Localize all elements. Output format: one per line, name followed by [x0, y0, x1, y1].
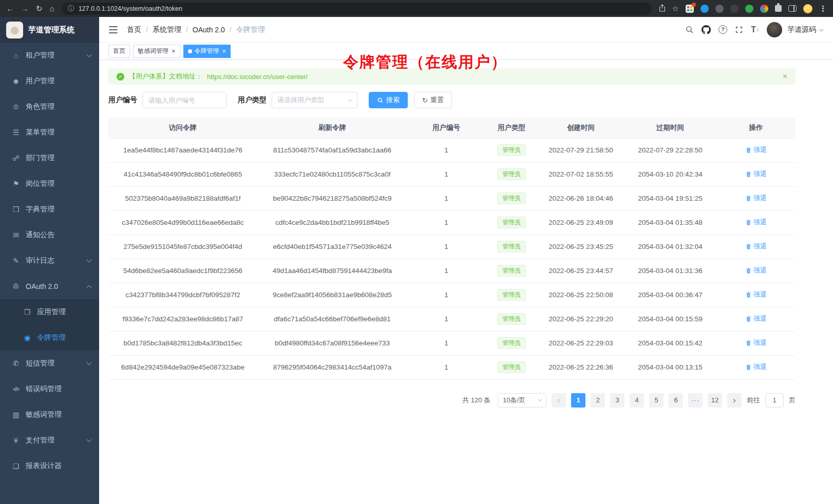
pager-page-1[interactable]: 1	[571, 393, 585, 408]
browser-menu-icon[interactable]: ⋮	[819, 5, 827, 12]
role-icon: ♔	[10, 103, 22, 111]
user-type-badge: 管理员	[497, 241, 526, 252]
browser-profile-avatar[interactable]	[803, 4, 812, 13]
home-icon[interactable]: ⌂	[50, 5, 54, 12]
extension-grid-icon[interactable]	[686, 5, 694, 13]
sidebar-item-dept[interactable]: ☍部门管理	[0, 145, 99, 171]
user-type-select[interactable]: 请选择用户类型	[272, 92, 357, 108]
sidebar-item-sensitive-word[interactable]: ▥敏感词管理	[0, 402, 99, 428]
username[interactable]: 芋道源码	[787, 25, 816, 34]
search-button[interactable]: 搜索	[369, 92, 408, 108]
force-logout-button[interactable]: 强退	[745, 169, 767, 179]
refresh-icon[interactable]: ↻	[36, 5, 43, 12]
sidebar-item-error-code[interactable]: </>错误码管理	[0, 376, 99, 402]
pager-page-12[interactable]: 12	[708, 393, 722, 408]
extension-icon-2[interactable]	[730, 5, 739, 13]
extensions-puzzle-icon[interactable]	[775, 5, 782, 12]
bookmark-star-icon[interactable]: ☆	[672, 5, 679, 12]
fullscreen-icon[interactable]	[735, 26, 743, 34]
sidebar-item-sms[interactable]: ✆短信管理	[0, 351, 99, 376]
force-logout-button[interactable]: 强退	[745, 193, 767, 203]
sidebar-item-report-designer[interactable]: ❏报表设计器	[0, 453, 99, 479]
select-placeholder: 请选择用户类型	[277, 95, 324, 105]
address-bar[interactable]: ⓘ 127.0.0.1:1024/system/oauth2/token	[62, 3, 652, 15]
user-type-badge: 管理员	[497, 265, 526, 276]
extension-icon-1[interactable]	[715, 5, 724, 13]
goto-page-input[interactable]	[765, 393, 784, 408]
tag-sensitive-word[interactable]: 敏感词管理×	[133, 45, 180, 58]
site-info-icon[interactable]: ⓘ	[68, 4, 74, 13]
force-logout-button[interactable]: 强退	[745, 242, 767, 251]
sidebar-item-tenant[interactable]: ⌂租户管理	[0, 43, 99, 68]
font-size-icon[interactable]: T↕	[751, 26, 759, 34]
doc-link[interactable]: https://doc.iocoder.cn/user-center/	[207, 73, 308, 81]
sidebar-item-audit-log[interactable]: ✎审计日志	[0, 248, 99, 274]
expire-time-cell: 2054-03-04 01:31:36	[624, 259, 716, 283]
app-logo[interactable]: 芋道管理系统	[0, 17, 99, 43]
sidebar-item-oauth2-token[interactable]: ◉令牌管理	[0, 325, 99, 351]
back-icon[interactable]: ←	[6, 5, 14, 12]
user-avatar[interactable]	[767, 22, 782, 37]
breadcrumb-item[interactable]: 系统管理	[153, 25, 181, 34]
breadcrumb-item[interactable]: OAuth 2.0	[193, 26, 225, 34]
create-time-cell: 2022-06-25 23:44:57	[538, 259, 624, 283]
expire-time-cell: 2054-03-04 00:15:42	[624, 331, 716, 355]
refresh-token-cell: 49d1aa46d1454fbd87591444423be9fa	[257, 259, 407, 283]
force-logout-button[interactable]: 强退	[745, 314, 767, 323]
table-row: b0d1785bc3a8482f812db4a3f3bd15ecb0df4980…	[108, 331, 796, 355]
user-id-input[interactable]	[142, 92, 226, 108]
tag-close-icon[interactable]: ×	[172, 48, 176, 54]
force-logout-button[interactable]: 强退	[745, 362, 767, 372]
app-root: 芋道管理系统 ⌂租户管理☻用户管理♔角色管理☰菜单管理☍部门管理⚑岗位管理❒字典…	[0, 17, 833, 504]
reset-button-label: 重置	[430, 95, 444, 105]
sidebar-item-pay[interactable]: ¥支付管理	[0, 428, 99, 453]
sidebar-item-oauth2-application[interactable]: ❐应用管理	[0, 299, 99, 325]
alert-close-icon[interactable]: ×	[783, 72, 787, 81]
twitter-extension-icon[interactable]	[701, 5, 709, 13]
github-icon[interactable]	[702, 25, 711, 34]
pager-ellipsis[interactable]: ···	[688, 393, 703, 408]
table-row: 54d6be82ee5a460a9aedc1f9bf22365649d1aa46…	[108, 259, 796, 283]
chevron-down-icon	[87, 258, 92, 263]
sidebar-item-user[interactable]: ☻用户管理	[0, 68, 99, 94]
force-logout-button[interactable]: 强退	[745, 266, 767, 275]
sidebar-item-oauth2[interactable]: ✇OAuth 2.0	[0, 274, 99, 299]
help-icon[interactable]: ?	[718, 25, 727, 34]
sidebar-item-dict[interactable]: ❒字典管理	[0, 197, 99, 222]
reset-button[interactable]: ↻ 重置	[414, 92, 452, 108]
access-token-cell: 502375b8040a469a9b82188afdf6af1f	[108, 186, 257, 210]
pager-page-5[interactable]: 5	[649, 393, 664, 408]
action-cell: 强退	[716, 283, 796, 307]
pager-next-button[interactable]: ›	[727, 393, 742, 408]
user-id-label: 用户编号	[108, 95, 137, 105]
sidebar-item-role[interactable]: ♔角色管理	[0, 94, 99, 120]
force-logout-button[interactable]: 强退	[745, 290, 767, 299]
sidebar-item-menu[interactable]: ☰菜单管理	[0, 120, 99, 145]
page-size-select[interactable]: 10条/页	[498, 393, 546, 408]
pager-page-3[interactable]: 3	[610, 393, 624, 408]
pager-page-4[interactable]: 4	[630, 393, 644, 408]
extension-icon-3[interactable]	[745, 5, 753, 13]
sidebar-item-notice[interactable]: ✉通知公告	[0, 222, 99, 248]
forward-icon[interactable]: →	[21, 5, 29, 12]
notification-badge-icon	[692, 3, 696, 7]
tag-home[interactable]: 首页	[108, 45, 130, 58]
extension-icon-4[interactable]	[760, 5, 768, 13]
sidebar-item-post[interactable]: ⚑岗位管理	[0, 171, 99, 197]
pager-page-2[interactable]: 2	[591, 393, 605, 408]
search-icon[interactable]	[685, 25, 694, 34]
chevron-up-icon	[87, 285, 92, 290]
hamburger-icon[interactable]	[107, 24, 120, 35]
pager-page-6[interactable]: 6	[669, 393, 683, 408]
breadcrumb: 首页/系统管理/OAuth 2.0/令牌管理	[127, 25, 265, 34]
breadcrumb-item[interactable]: 首页	[127, 25, 141, 34]
pager-prev-button[interactable]: ‹	[552, 393, 566, 408]
force-logout-button[interactable]: 强退	[745, 218, 767, 227]
force-logout-button[interactable]: 强退	[745, 338, 767, 347]
tag-oauth2-token[interactable]: 令牌管理×	[183, 45, 231, 58]
user-type-cell: 管理员	[485, 307, 538, 331]
share-icon[interactable]	[659, 4, 666, 13]
force-logout-button[interactable]: 强退	[745, 145, 767, 154]
tag-close-icon[interactable]: ×	[222, 48, 226, 54]
side-panel-icon[interactable]	[788, 5, 797, 12]
